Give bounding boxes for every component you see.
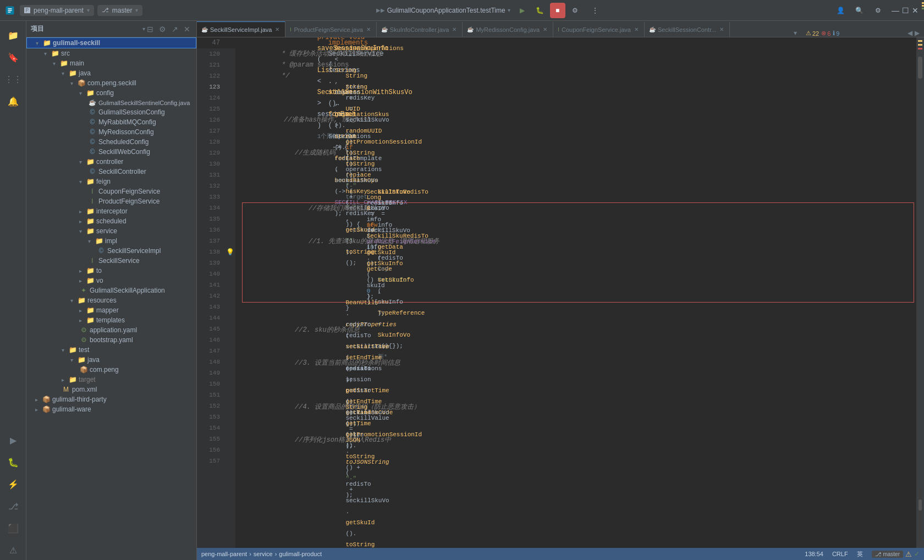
tree-java[interactable]: ▾ 📁 java bbox=[26, 68, 196, 78]
tree-rabbit-config[interactable]: © MyRabbitMQConfig bbox=[26, 117, 196, 127]
tree-package[interactable]: ▾ 📦 com.peng.seckill bbox=[26, 78, 196, 88]
collapse-all-icon[interactable]: ⊟ bbox=[145, 24, 155, 35]
problems-toolwindow[interactable]: ⚠ bbox=[3, 540, 23, 560]
tree-feign[interactable]: ▾ 📁 feign bbox=[26, 177, 196, 186]
project-view-button[interactable]: 📁 bbox=[3, 25, 23, 45]
debug-button[interactable]: 🐛 bbox=[532, 3, 548, 18]
breadcrumb-root[interactable]: peng-mall-parent bbox=[201, 551, 247, 557]
scroll-right-icon[interactable]: ▶ bbox=[915, 29, 920, 37]
tree-main-app[interactable]: ✦ GulimallSeckillApplication bbox=[26, 286, 196, 295]
project-selector[interactable]: 🅿 peng-mall-parent ▾ bbox=[20, 5, 94, 16]
tab-seckill-session[interactable]: ☕ SeckillSessionContr... ✕ bbox=[645, 21, 730, 37]
maximize-button[interactable]: ☐ bbox=[901, 6, 910, 15]
structure-button[interactable]: ⋮⋮ bbox=[3, 69, 23, 89]
tree-sentinel-config[interactable]: ☕ GulimallSeckillSentinelConfig.java bbox=[26, 98, 196, 107]
git-toolwindow[interactable]: ⎇ bbox=[3, 496, 23, 516]
to-label: to bbox=[96, 267, 102, 274]
settings-button[interactable]: ⚙ bbox=[870, 3, 886, 18]
tree-resources[interactable]: ▾ 📁 resources bbox=[26, 295, 196, 305]
git-status[interactable]: ⎇ master bbox=[872, 551, 903, 558]
bookmark-button[interactable]: 🔖 bbox=[3, 47, 23, 67]
lang-indicator[interactable]: 英 bbox=[857, 550, 863, 558]
tab-coupon-feign[interactable]: Ⅰ CouponFeignService.java ✕ bbox=[553, 21, 645, 37]
tab-redisson-config[interactable]: ☕ MyRedissonConfig.java ✕ bbox=[463, 21, 553, 37]
tree-test[interactable]: ▾ 📁 test bbox=[26, 345, 196, 355]
tree-seckill-controller[interactable]: © SeckillController bbox=[26, 167, 196, 177]
breadcrumb-service[interactable]: service bbox=[254, 551, 273, 557]
terminal-toolwindow[interactable]: ⬛ bbox=[3, 518, 23, 538]
tree-controller[interactable]: ▾ 📁 controller bbox=[26, 157, 196, 167]
tree-product-feign[interactable]: Ⅰ ProductFeignService bbox=[26, 196, 196, 206]
account-button[interactable]: 👤 bbox=[833, 3, 848, 18]
tree-session-config[interactable]: © GulimallSessionConfig bbox=[26, 107, 196, 117]
tree-vo[interactable]: ▸ 📁 vo bbox=[26, 276, 196, 286]
debug-toolwindow[interactable]: 🐛 bbox=[3, 452, 23, 472]
ware-arrow: ▸ bbox=[35, 407, 42, 413]
run-toolwindow[interactable]: ▶ bbox=[3, 430, 23, 450]
build-button[interactable]: ⚙ bbox=[568, 3, 583, 18]
tree-templates[interactable]: ▸ 📁 templates bbox=[26, 315, 196, 325]
tab-more-icon: ▾ bbox=[794, 29, 797, 37]
tree-redisson-config[interactable]: © MyRedissonConfig bbox=[26, 127, 196, 137]
line-col-indicator[interactable]: 138:54 bbox=[805, 551, 823, 557]
code-area[interactable]: public class SeckillServiceImpl implemen… bbox=[235, 37, 916, 548]
close-sidebar-icon[interactable]: ✕ bbox=[182, 24, 192, 35]
notifications-button[interactable]: 🔔 bbox=[3, 91, 23, 111]
tab-seckill-service-impl[interactable]: ☕ SeckillServiceImpl.java ✕ bbox=[197, 21, 285, 37]
stop-button[interactable]: ■ bbox=[550, 3, 565, 18]
tab-sku-controller[interactable]: ☕ SkuInfoController.java ✕ bbox=[377, 21, 463, 37]
tree-com-peng[interactable]: 📦 com.peng bbox=[26, 365, 196, 375]
breadcrumb-product[interactable]: gulimall-product bbox=[279, 551, 322, 557]
tree-seckill-service-impl[interactable]: © SeckillServiceImpl bbox=[26, 246, 196, 256]
tab-close-2[interactable]: ✕ bbox=[365, 26, 372, 33]
interceptor-folder-icon: 📁 bbox=[86, 207, 95, 215]
tree-seckill-web-config[interactable]: © SeckillWebConfig bbox=[26, 147, 196, 157]
tree-third-party[interactable]: ▸ 📦 gulimall-third-party bbox=[26, 394, 196, 404]
tree-root-gulimall-seckill[interactable]: ▾ 📁 gulimall-seckill bbox=[26, 37, 196, 48]
more-button[interactable]: ⋮ bbox=[587, 3, 603, 18]
project-name: peng-mall-parent bbox=[34, 7, 84, 14]
minimize-button[interactable]: — bbox=[891, 6, 900, 15]
branch-selector[interactable]: ⎇ master ▾ bbox=[97, 5, 143, 16]
to-folder-icon: 📁 bbox=[86, 267, 95, 274]
tab-product-feign[interactable]: Ⅰ ProductFeignService.java ✕ bbox=[285, 21, 376, 37]
run-button[interactable]: ▶ bbox=[515, 3, 530, 18]
tree-bootstrap-yaml[interactable]: ⚙ bootstrap.yaml bbox=[26, 335, 196, 345]
tab-close-5[interactable]: ✕ bbox=[633, 26, 640, 33]
tree-app-yaml[interactable]: ⚙ application.yaml bbox=[26, 325, 196, 335]
tree-scheduled-config[interactable]: © ScheduledConfig bbox=[26, 137, 196, 147]
tab-close-6[interactable]: ✕ bbox=[718, 26, 725, 33]
tree-impl[interactable]: ▾ 📁 impl bbox=[26, 236, 196, 246]
iface-icon: Ⅰ bbox=[88, 188, 97, 195]
tab-bar-more[interactable]: ▾ bbox=[789, 29, 801, 37]
tab-close-3[interactable]: ✕ bbox=[451, 26, 458, 33]
tree-main[interactable]: ▾ 📁 main bbox=[26, 58, 196, 68]
tree-service[interactable]: ▾ 📁 service bbox=[26, 226, 196, 236]
settings-icon[interactable]: ⚙ bbox=[157, 24, 168, 35]
encoding-indicator[interactable]: CRLF bbox=[832, 551, 848, 557]
expand-icon[interactable]: ↗ bbox=[170, 24, 180, 35]
tree-pom[interactable]: M pom.xml bbox=[26, 385, 196, 394]
tree-interceptor[interactable]: ▸ 📁 interceptor bbox=[26, 206, 196, 216]
lamp-icon[interactable]: 💡 bbox=[224, 246, 235, 257]
tree-mapper[interactable]: ▸ 📁 mapper bbox=[26, 305, 196, 315]
tree-ware[interactable]: ▸ 📦 gulimall-ware bbox=[26, 404, 196, 414]
tab-close-1[interactable]: ✕ bbox=[274, 26, 280, 33]
tree-coupon-feign[interactable]: Ⅰ CouponFeignService bbox=[26, 186, 196, 196]
to-arrow: ▸ bbox=[79, 268, 86, 274]
editor-controls: ◀ ▶ bbox=[903, 29, 924, 37]
tree-src[interactable]: ▾ 📁 src bbox=[26, 48, 196, 58]
services-toolwindow[interactable]: ⚡ bbox=[3, 474, 23, 494]
tree-target[interactable]: ▸ 📁 target bbox=[26, 375, 196, 385]
tmpl-arrow: ▸ bbox=[79, 317, 86, 323]
scroll-left-icon[interactable]: ◀ bbox=[908, 29, 912, 37]
tree-test-java[interactable]: ▾ 📁 java bbox=[26, 355, 196, 365]
tree-config[interactable]: ▾ 📁 config bbox=[26, 88, 196, 98]
tree-scheduled[interactable]: ▸ 📁 scheduled bbox=[26, 216, 196, 226]
root-arrow: ▾ bbox=[36, 40, 42, 46]
tree-to[interactable]: ▸ 📁 to bbox=[26, 266, 196, 276]
tree-seckill-service[interactable]: Ⅰ SeckillService bbox=[26, 256, 196, 266]
close-button[interactable]: ✕ bbox=[911, 6, 920, 15]
search-button[interactable]: 🔍 bbox=[851, 3, 867, 18]
tab-close-4[interactable]: ✕ bbox=[542, 26, 548, 33]
